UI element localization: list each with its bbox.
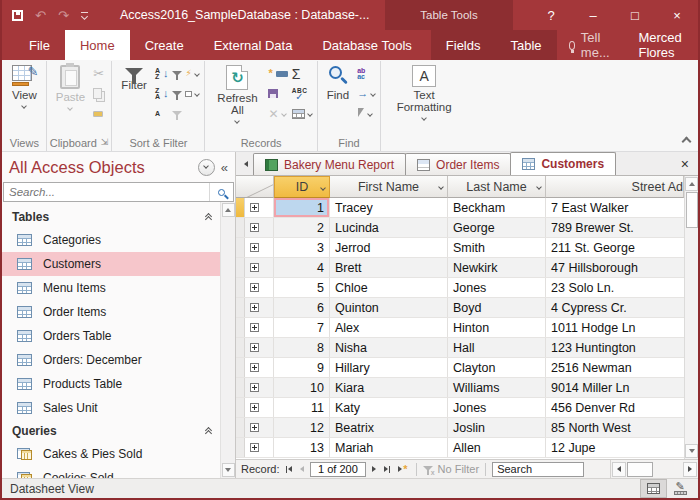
expand-subdatasheet-icon[interactable] [250,443,259,452]
view-button[interactable]: ✎ View [6,62,43,108]
expand-subdatasheet-icon[interactable] [250,303,259,312]
nav-item-table[interactable]: Menu Items [2,276,220,300]
cell-first-name[interactable]: Brett [330,258,448,277]
horizontal-scrollbar[interactable] [610,460,698,478]
cell-street-address[interactable]: 9014 Miller Ln [546,378,684,397]
maximize-button[interactable]: □ [614,0,656,30]
cell-id[interactable]: 11 [274,398,330,417]
cell-street-address[interactable]: 123 Huntington [546,338,684,357]
nav-scrollbar[interactable] [220,202,235,478]
scroll-down-icon[interactable] [685,444,698,458]
delete-button[interactable]: ✕ [268,106,287,121]
save-record-button[interactable] [268,86,287,101]
column-header-id[interactable]: ID [274,176,330,198]
nav-group-queries[interactable]: Queries [2,420,220,442]
cell-first-name[interactable]: Kiara [330,378,448,397]
cell-last-name[interactable]: Joslin [448,418,546,437]
column-header-last-name[interactable]: Last Name [448,176,546,198]
nav-item-table[interactable]: Categories [2,228,220,252]
shutter-close-icon[interactable]: « [221,160,228,175]
record-selector[interactable] [236,278,245,297]
cell-first-name[interactable]: Mariah [330,438,448,457]
cell-first-name[interactable]: Nisha [330,338,448,357]
collapse-ribbon-icon[interactable] [682,137,692,147]
cell-first-name[interactable]: Lucinda [330,218,448,237]
text-formatting-button[interactable]: A Text Formatting [384,62,464,120]
cut-button[interactable]: ✂ [93,66,104,81]
help-button[interactable]: ? [530,0,572,30]
vertical-scrollbar[interactable] [684,176,698,459]
cell-last-name[interactable]: Boyd [448,298,546,317]
totals-button[interactable]: Σ [292,66,312,81]
selection-filter-button[interactable]: ⚡ [172,66,199,81]
cell-id[interactable]: 3 [274,238,330,257]
cell-id[interactable]: 1 [274,198,330,217]
record-selector[interactable] [236,438,245,457]
remove-sort-button[interactable]: A [155,106,169,121]
nav-menu-button[interactable] [198,159,215,176]
nav-item-table[interactable]: Products Table [2,372,220,396]
cell-id[interactable]: 2 [274,218,330,237]
record-position[interactable]: 1 of 200 [310,462,366,477]
cell-first-name[interactable]: Alex [330,318,448,337]
new-record-button[interactable]: * [268,66,287,81]
nav-search-input[interactable] [4,186,209,198]
nav-group-tables[interactable]: Tables [2,206,220,228]
nav-item-query[interactable]: Cookies Sold [2,466,220,478]
record-selector[interactable] [236,218,245,237]
cell-last-name[interactable]: Jones [448,398,546,417]
record-selector[interactable] [236,398,245,417]
filter-dropdown-icon[interactable] [438,184,444,190]
cell-first-name[interactable]: Quinton [330,298,448,317]
close-button[interactable]: × [656,0,698,30]
record-selector[interactable] [236,258,245,277]
expand-subdatasheet-icon[interactable] [250,423,259,432]
cell-street-address[interactable]: 85 North West [546,418,684,437]
tab-scroll-left-icon[interactable] [238,152,253,175]
cell-last-name[interactable]: Hall [448,338,546,357]
cell-last-name[interactable]: Williams [448,378,546,397]
copy-button[interactable] [93,86,104,101]
cell-id[interactable]: 12 [274,418,330,437]
previous-record-button[interactable] [298,466,306,472]
nav-search-button[interactable] [209,183,233,201]
cell-last-name[interactable]: Allen [448,438,546,457]
refresh-all-button[interactable]: ↻ Refresh All [208,62,266,123]
expand-subdatasheet-icon[interactable] [250,263,259,272]
undo-icon[interactable]: ↶ [35,9,46,22]
cell-first-name[interactable]: Tracey [330,198,448,217]
cell-street-address[interactable]: 12 Jupe [546,438,684,457]
document-tab[interactable]: Order Items [405,153,511,175]
record-selector[interactable] [236,318,245,337]
cell-id[interactable]: 10 [274,378,330,397]
expand-subdatasheet-icon[interactable] [250,223,259,232]
spelling-button[interactable]: ABC✓ [292,86,312,101]
cell-street-address[interactable]: 211 St. George [546,238,684,257]
scroll-up-icon[interactable] [685,177,698,191]
replace-button[interactable]: abac [357,66,375,81]
expand-subdatasheet-icon[interactable] [250,323,259,332]
scroll-right-icon[interactable] [683,462,697,477]
advanced-filter-button[interactable] [172,86,199,101]
column-header-first-name[interactable]: First Name [330,176,448,198]
cell-first-name[interactable]: Chloe [330,278,448,297]
design-view-button[interactable]: ✎ [667,479,694,498]
cell-last-name[interactable]: Jones [448,278,546,297]
scrollbar-thumb[interactable] [627,462,653,477]
paste-button[interactable]: Paste [50,62,91,110]
tab-fields[interactable]: Fields [431,30,496,60]
record-search-input[interactable] [492,462,584,477]
new-record-button[interactable]: * [396,464,409,475]
cell-id[interactable]: 4 [274,258,330,277]
record-selector[interactable] [236,298,245,317]
find-button[interactable]: Find [321,62,355,101]
expand-subdatasheet-icon[interactable] [250,243,259,252]
scroll-up-icon[interactable] [222,203,235,217]
tab-home[interactable]: Home [65,30,130,60]
cell-street-address[interactable]: 789 Brewer St. [546,218,684,237]
first-record-button[interactable] [284,466,295,473]
record-selector[interactable] [236,338,245,357]
cell-last-name[interactable]: Newkirk [448,258,546,277]
cell-first-name[interactable]: Hillary [330,358,448,377]
filter-dropdown-icon[interactable] [320,185,326,191]
